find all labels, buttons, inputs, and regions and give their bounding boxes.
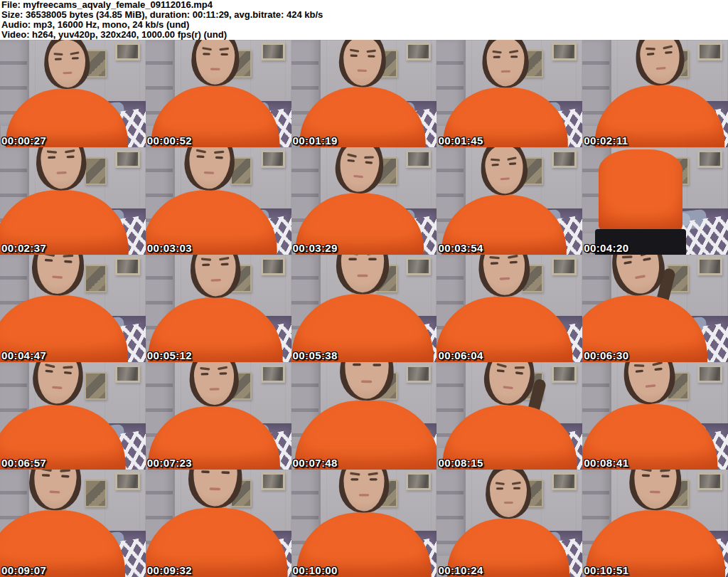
person-head [31, 362, 86, 408]
eye [63, 371, 71, 374]
mouth [353, 175, 363, 179]
file-info-line-file: File: myfreecams_aqvaly_female_09112016.… [1, 0, 728, 10]
eyebrow [507, 157, 517, 161]
person-head [476, 255, 530, 298]
eye [221, 472, 230, 475]
eye [46, 370, 53, 373]
eyebrow [44, 255, 55, 257]
eye [368, 258, 377, 260]
eye [220, 263, 228, 266]
video-thumbnail[interactable]: 00:09:32 [146, 470, 291, 577]
person-head [188, 362, 240, 407]
eyebrow [512, 482, 521, 485]
mouth [500, 177, 509, 180]
video-contact-sheet: File: myfreecams_aqvaly_female_09112016.… [0, 0, 728, 577]
person-head [183, 147, 236, 191]
eyebrow [60, 470, 70, 472]
person-figure [0, 255, 132, 362]
eye [510, 56, 517, 58]
timestamp-label: 00:02:37 [1, 242, 46, 254]
eyebrow [70, 51, 80, 55]
eye [348, 159, 355, 162]
person-head [188, 470, 244, 509]
eye [220, 53, 228, 55]
eyebrow [490, 159, 499, 162]
person-figure [3, 41, 131, 147]
eyebrow [495, 482, 504, 486]
eyebrow [202, 47, 212, 51]
eyebrow [641, 470, 651, 472]
eyebrow [367, 50, 377, 53]
eyebrow [63, 255, 73, 258]
eyebrow [663, 45, 673, 49]
video-thumbnail[interactable]: 00:07:48 [291, 362, 437, 470]
video-thumbnail[interactable]: 00:02:37 [0, 147, 146, 255]
video-thumbnail[interactable]: 00:10:24 [437, 470, 582, 577]
eye [508, 163, 515, 166]
video-thumbnail[interactable]: 00:08:15 [437, 362, 582, 470]
video-thumbnail[interactable]: 00:06:30 [582, 255, 728, 362]
orange-top [599, 149, 682, 232]
person-figure [292, 147, 427, 255]
video-thumbnail[interactable]: 00:01:45 [437, 40, 582, 147]
video-thumbnail[interactable]: 00:00:27 [0, 40, 146, 147]
person-figure [0, 362, 129, 470]
mouth [52, 386, 63, 389]
timestamp-label: 00:10:00 [293, 564, 338, 576]
eye [365, 162, 373, 164]
eyebrow [46, 150, 57, 154]
eye [643, 258, 651, 261]
video-thumbnail[interactable]: 00:10:51 [582, 470, 728, 577]
eyebrow [622, 255, 633, 258]
person-figure [0, 147, 132, 255]
video-thumbnail[interactable]: 00:06:57 [0, 362, 146, 470]
timestamp-label: 00:05:12 [147, 349, 192, 361]
mouth [210, 68, 220, 70]
video-thumbnail[interactable]: 00:01:19 [291, 40, 437, 147]
video-thumbnail[interactable]: 00:04:20 [582, 147, 728, 255]
timestamp-label: 00:04:47 [1, 349, 46, 361]
person-head [43, 40, 91, 90]
eyebrow [347, 153, 357, 157]
eye [642, 475, 651, 477]
eyebrow [653, 362, 663, 366]
person-figure [582, 255, 710, 362]
mouth [357, 275, 368, 277]
eyebrow [214, 151, 225, 154]
eye [664, 51, 672, 54]
person-figure [146, 362, 283, 470]
timestamp-label: 00:08:15 [438, 457, 483, 469]
file-info-line-size: Size: 36538005 bytes (34.85 MiB), durati… [1, 10, 728, 20]
mouth [56, 171, 66, 174]
eye [515, 372, 523, 376]
video-thumbnail[interactable]: 00:10:00 [291, 470, 437, 577]
file-info-header: File: myfreecams_aqvaly_female_09112016.… [0, 0, 728, 40]
video-thumbnail[interactable]: 00:06:04 [437, 255, 582, 362]
video-thumbnail[interactable]: 00:03:03 [146, 147, 291, 255]
eye [72, 58, 79, 60]
eye [660, 475, 669, 478]
eyebrow [41, 470, 51, 472]
eye [203, 53, 211, 55]
video-thumbnail[interactable]: 00:07:23 [146, 362, 291, 470]
timestamp-label: 00:03:54 [438, 242, 483, 254]
video-thumbnail[interactable]: 00:08:41 [582, 362, 728, 470]
video-thumbnail[interactable]: 00:05:38 [291, 255, 437, 362]
video-thumbnail[interactable]: 00:03:54 [437, 147, 582, 255]
eye [201, 374, 209, 376]
timestamp-label: 00:07:48 [293, 457, 338, 469]
eye [624, 261, 633, 265]
person-figure [444, 470, 572, 577]
mouth [499, 277, 510, 280]
video-thumbnail[interactable]: 00:00:52 [146, 40, 291, 147]
mouth [211, 279, 221, 282]
video-thumbnail[interactable]: 00:02:11 [582, 40, 728, 147]
person-head [481, 40, 529, 88]
mouth [359, 494, 369, 497]
eyebrow [45, 364, 55, 368]
video-thumbnail[interactable]: 00:03:29 [291, 147, 437, 255]
video-thumbnail[interactable]: 00:05:12 [146, 255, 291, 362]
video-thumbnail[interactable]: 00:04:47 [0, 255, 146, 362]
eyebrow [368, 472, 379, 476]
video-thumbnail[interactable]: 00:09:07 [0, 470, 146, 577]
